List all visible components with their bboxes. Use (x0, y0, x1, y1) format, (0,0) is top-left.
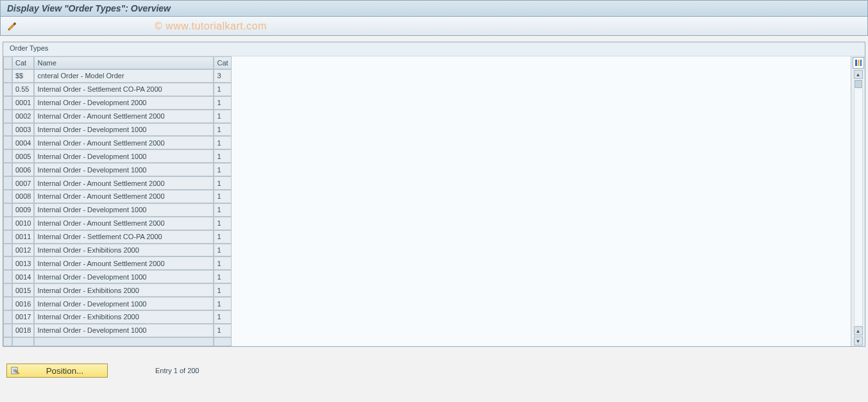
cell-cat[interactable]: 0002 (12, 110, 34, 123)
cell-name[interactable]: cnteral Order - Model Order (34, 69, 214, 83)
cell-name[interactable]: Internal Order - Development 1000 (34, 203, 214, 217)
row-selector[interactable] (3, 283, 12, 297)
table-row[interactable]: 0.55Internal Order - Settlement CO-PA 20… (3, 83, 232, 96)
table-row[interactable]: 0017Internal Order - Exhibitions 20001 (3, 310, 232, 324)
table-row[interactable]: 0018Internal Order - Development 10001 (3, 324, 232, 337)
cell-cat2[interactable]: 1 (214, 136, 232, 149)
cell-name[interactable]: Internal Order - Development 1000 (34, 123, 214, 137)
column-header-name[interactable]: Name (34, 56, 214, 69)
column-header-selector[interactable] (3, 56, 12, 69)
table-row[interactable]: 0003Internal Order - Development 10001 (3, 123, 232, 137)
table-row[interactable]: 0006Internal Order - Development 10001 (3, 163, 232, 176)
cell-name[interactable]: Internal Order - Development 1000 (34, 324, 214, 337)
row-selector[interactable] (3, 324, 12, 337)
cell-cat2[interactable]: 1 (214, 110, 232, 123)
row-selector[interactable] (3, 203, 12, 217)
cell-cat2[interactable]: 1 (214, 83, 232, 96)
cell-cat[interactable]: 0009 (12, 203, 34, 217)
cell-name[interactable]: Internal Order - Amount Settlement 2000 (34, 136, 214, 149)
table-row[interactable]: 0007Internal Order - Amount Settlement 2… (3, 176, 232, 190)
cell-cat[interactable]: 0008 (12, 190, 34, 203)
row-selector[interactable] (3, 310, 12, 324)
cell-name[interactable]: Internal Order - Exhibitions 2000 (34, 283, 214, 297)
row-selector[interactable] (3, 244, 12, 257)
table-row[interactable]: 0005Internal Order - Development 10001 (3, 149, 232, 163)
row-selector[interactable] (3, 176, 12, 190)
table-row[interactable]: 0001Internal Order - Development 20001 (3, 96, 232, 110)
row-selector[interactable] (3, 230, 12, 244)
table-row[interactable]: 0013Internal Order - Amount Settlement 2… (3, 256, 232, 270)
row-selector[interactable] (3, 83, 12, 96)
scroll-up-icon[interactable]: ▲ (854, 70, 863, 79)
column-header-cat[interactable]: Cat (12, 56, 34, 69)
cell-cat2[interactable]: 1 (214, 297, 232, 310)
row-selector[interactable] (3, 217, 12, 230)
scrollbar-track[interactable] (854, 89, 863, 325)
cell-cat2[interactable]: 1 (214, 163, 232, 176)
row-selector[interactable] (3, 256, 12, 270)
table-row[interactable]: 0010Internal Order - Amount Settlement 2… (3, 217, 232, 230)
cell-cat2[interactable]: 1 (214, 203, 232, 217)
row-selector[interactable] (3, 123, 12, 137)
cell-cat2[interactable]: 1 (214, 230, 232, 244)
table-row[interactable]: 0011Internal Order - Settlement CO-PA 20… (3, 230, 232, 244)
cell-cat2[interactable]: 1 (214, 244, 232, 257)
table-row[interactable]: 0004Internal Order - Amount Settlement 2… (3, 136, 232, 149)
column-header-cat2[interactable]: Cat (214, 56, 232, 69)
cell-cat2[interactable]: 1 (214, 190, 232, 203)
table-row[interactable]: 0009Internal Order - Development 10001 (3, 203, 232, 217)
row-selector[interactable] (3, 163, 12, 176)
cell-name[interactable]: Internal Order - Development 1000 (34, 149, 214, 163)
edit-icon[interactable] (6, 20, 19, 33)
row-selector[interactable] (3, 270, 12, 283)
cell-cat[interactable]: 0007 (12, 176, 34, 190)
row-selector[interactable] (3, 136, 12, 149)
cell-cat[interactable]: 0001 (12, 96, 34, 110)
cell-name[interactable]: Internal Order - Amount Settlement 2000 (34, 217, 214, 230)
cell-cat[interactable]: 0.55 (12, 83, 34, 96)
table-row[interactable]: 0012Internal Order - Exhibitions 20001 (3, 244, 232, 257)
cell-name[interactable]: Internal Order - Amount Settlement 2000 (34, 176, 214, 190)
cell-cat[interactable]: 0012 (12, 244, 34, 257)
row-selector[interactable] (3, 190, 12, 203)
cell-cat2[interactable]: 1 (214, 283, 232, 297)
cell-cat[interactable]: 0013 (12, 256, 34, 270)
scroll-down-small-icon[interactable]: ▲ (854, 326, 863, 335)
row-selector[interactable] (3, 110, 12, 123)
row-selector[interactable] (3, 69, 12, 83)
cell-name[interactable]: Internal Order - Amount Settlement 2000 (34, 190, 214, 203)
scroll-down-icon[interactable]: ▼ (854, 337, 863, 346)
cell-cat2[interactable]: 1 (214, 96, 232, 110)
cell-name[interactable]: Internal Order - Development 1000 (34, 270, 214, 283)
cell-cat[interactable]: 0010 (12, 217, 34, 230)
cell-cat[interactable]: 0018 (12, 324, 34, 337)
cell-cat2[interactable]: 1 (214, 270, 232, 283)
cell-cat[interactable]: 0015 (12, 283, 34, 297)
cell-name[interactable]: Internal Order - Exhibitions 2000 (34, 244, 214, 257)
cell-cat2[interactable]: 1 (214, 176, 232, 190)
table-row[interactable]: 0002Internal Order - Amount Settlement 2… (3, 110, 232, 123)
cell-cat2[interactable]: 1 (214, 324, 232, 337)
cell-cat[interactable]: 0004 (12, 136, 34, 149)
cell-cat[interactable]: 0014 (12, 270, 34, 283)
cell-cat2[interactable]: 1 (214, 123, 232, 137)
table-row[interactable]: 0014Internal Order - Development 10001 (3, 270, 232, 283)
cell-name[interactable]: Internal Order - Development 1000 (34, 163, 214, 176)
cell-cat[interactable]: $$ (12, 69, 34, 83)
row-selector[interactable] (3, 96, 12, 110)
cell-cat2[interactable]: 1 (214, 217, 232, 230)
cell-cat[interactable]: 0016 (12, 297, 34, 310)
cell-name[interactable]: Internal Order - Development 2000 (34, 96, 214, 110)
table-row[interactable]: 0016Internal Order - Development 10001 (3, 297, 232, 310)
cell-name[interactable]: Internal Order - Amount Settlement 2000 (34, 110, 214, 123)
row-selector[interactable] (3, 297, 12, 310)
table-row[interactable]: $$cnteral Order - Model Order3 (3, 69, 232, 83)
cell-cat2[interactable]: 3 (214, 69, 232, 83)
cell-cat2[interactable]: 1 (214, 256, 232, 270)
cell-name[interactable]: Internal Order - Development 1000 (34, 297, 214, 310)
cell-name[interactable]: Internal Order - Settlement CO-PA 2000 (34, 230, 214, 244)
table-row[interactable]: 0015Internal Order - Exhibitions 20001 (3, 283, 232, 297)
configure-columns-icon[interactable] (853, 57, 864, 69)
cell-name[interactable]: Internal Order - Settlement CO-PA 2000 (34, 83, 214, 96)
cell-name[interactable]: Internal Order - Exhibitions 2000 (34, 310, 214, 324)
